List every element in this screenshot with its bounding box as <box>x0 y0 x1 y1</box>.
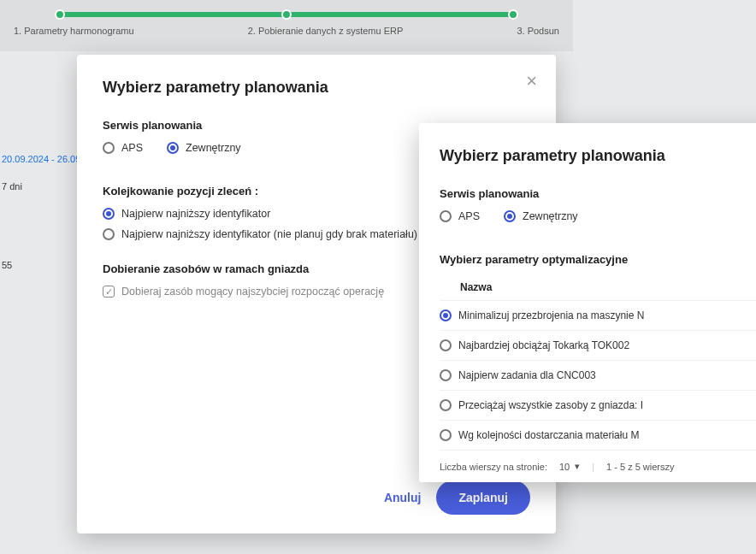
radio-queue-2-label: Najpierw najniższy identyfikator (nie pl… <box>121 228 417 240</box>
checkbox-fastest-resource[interactable] <box>103 286 115 298</box>
radio-queue-1-label: Najpierw najniższy identyfikator <box>121 208 270 220</box>
opt-heading: Wybierz parametry optymalizacyjne <box>440 253 756 266</box>
modal2-radio-external-label: Zewnętrzny <box>523 210 578 222</box>
opt-radio[interactable] <box>440 369 452 381</box>
opt-radio[interactable] <box>440 339 452 351</box>
per-page-dropdown[interactable]: 10 ▾ <box>559 461 580 472</box>
opt-label: Najpierw zadania dla CNC003 <box>458 369 756 381</box>
stepper-bar <box>60 12 513 17</box>
wizard-stepper: 1. Parametry harmonogramu 2. Pobieranie … <box>0 0 573 51</box>
per-page-value: 10 <box>559 462 570 472</box>
modal2-title: Wybierz parametry planowania <box>440 147 756 165</box>
opt-radio[interactable] <box>440 309 452 321</box>
opt-row[interactable]: Minimalizuj przezbrojenia na maszynie N–… <box>440 301 756 331</box>
opt-row[interactable]: Wg kolejności dostarczania materiału M– … <box>440 421 756 451</box>
close-icon[interactable]: × <box>526 70 537 92</box>
page-range: 1 - 5 z 5 wierszy <box>606 462 674 472</box>
opt-label: Wg kolejności dostarczania materiału M <box>458 429 756 441</box>
paginator: Liczba wierszy na stronie: 10 ▾ | 1 - 5 … <box>440 451 756 472</box>
optimization-table: Minimalizuj przezbrojenia na maszynie N–… <box>440 301 756 451</box>
radio-external[interactable] <box>167 142 179 154</box>
modal2-radio-external[interactable] <box>504 210 516 222</box>
paginator-divider: | <box>592 462 594 472</box>
radio-aps[interactable] <box>103 142 115 154</box>
opt-radio[interactable] <box>440 399 452 411</box>
opt-label: Minimalizuj przezbrojenia na maszynie N <box>458 309 756 321</box>
stepper-node-2 <box>281 9 292 20</box>
radio-aps-label: APS <box>121 142 143 154</box>
checkbox-fastest-resource-label: Dobieraj zasób mogący najszybciej rozpoc… <box>121 286 384 298</box>
radio-external-label: Zewnętrzny <box>186 142 241 154</box>
opt-row[interactable]: Najbardziej obciążaj Tokarką TOK002– – <box>440 331 756 361</box>
cancel-button[interactable]: Anuluj <box>384 491 422 504</box>
optimization-params-modal: Wybierz parametry planowania Serwis plan… <box>419 123 756 482</box>
opt-row[interactable]: Najpierw zadania dla CNC003– – <box>440 361 756 391</box>
chevron-down-icon: ▾ <box>575 461 580 472</box>
stepper-node-1 <box>55 9 65 20</box>
per-page-label: Liczba wierszy na stronie: <box>440 462 547 472</box>
submit-button[interactable]: Zaplanuj <box>436 480 530 515</box>
stepper-label-1: 1. Parametry harmonogramu <box>14 26 134 36</box>
stepper-node-3 <box>508 9 518 20</box>
col-name-header: Nazwa <box>460 281 756 293</box>
opt-row[interactable]: Przeciążaj wszystkie zasoby z gniazda: I… <box>440 391 756 421</box>
modal2-service-heading: Serwis planowania <box>440 187 756 200</box>
radio-queue-1[interactable] <box>103 208 115 220</box>
modal2-radio-aps[interactable] <box>440 210 452 222</box>
stepper-label-3: 3. Podsun <box>517 26 559 36</box>
opt-label: Najbardziej obciążaj Tokarką TOK002 <box>458 339 756 351</box>
radio-queue-2[interactable] <box>103 228 115 240</box>
modal-title: Wybierz parametry planowania <box>103 79 530 97</box>
opt-label: Przeciążaj wszystkie zasoby z gniazda: I <box>458 399 756 411</box>
stepper-label-2: 2. Pobieranie danych z systemu ERP <box>248 26 404 36</box>
opt-radio[interactable] <box>440 429 452 441</box>
modal2-radio-aps-label: APS <box>458 210 480 222</box>
